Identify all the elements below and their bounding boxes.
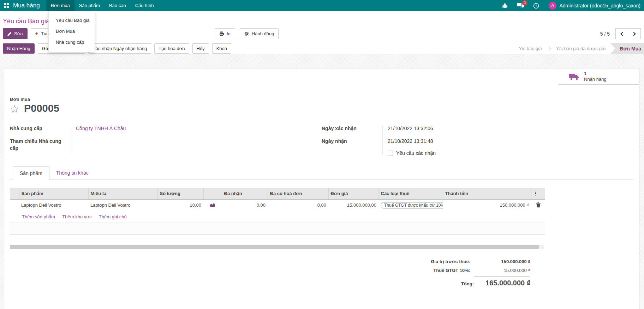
- nav-menu-cau-hinh[interactable]: Cấu hình: [131, 0, 159, 11]
- status-steps: Y/c báo giá Y/c báo giá đã được gửi Đơn …: [514, 43, 644, 54]
- total-label: Tổng:: [461, 281, 474, 286]
- column-options-icon[interactable]: ⋮: [531, 188, 545, 199]
- breadcrumb: Yêu cầu Báo giá / P00005: [0, 11, 644, 28]
- right-field-group: Ngày xác nhận 21/10/2022 13:32:06 Ngày n…: [322, 125, 633, 156]
- total-value: 165.000.000 ₫: [474, 277, 530, 287]
- ask-confirmation-checkbox[interactable]: [388, 151, 393, 156]
- receive-products-button[interactable]: Nhận Hàng: [3, 43, 35, 54]
- confirmation-date-value: 21/10/2022 13:32:06: [382, 125, 433, 132]
- step-rfq[interactable]: Y/c báo giá: [514, 46, 546, 51]
- truck-icon: [569, 73, 579, 80]
- nav-menus: Đơn mua Sản phẩm Báo cáo Cấu hình: [46, 0, 159, 11]
- printer-icon: [219, 31, 224, 36]
- billed-cell: 0,00: [268, 199, 328, 211]
- notebook-tabs: Sản phẩm Thông tin khác: [10, 166, 633, 180]
- unit-price-column-header: Đơn giá: [328, 188, 378, 199]
- subtotal-column-header: Thành tiền: [443, 188, 531, 199]
- totals-section: Giá trị trước thuế: 150.000.000 ₫ Thuế G…: [10, 259, 633, 291]
- received-column-header: Đã nhận: [222, 188, 268, 199]
- vendor-reference-label: Tham chiếu Nhà cung cấp: [10, 138, 71, 152]
- user-avatar[interactable]: A: [549, 2, 556, 10]
- horizontal-scrollbar: [10, 245, 544, 249]
- top-navbar: Mua hàng Đơn mua Sản phẩm Báo cáo Cấu hì…: [0, 0, 644, 11]
- forecast-column-header: [203, 188, 222, 199]
- form-view-background: 1 Nhận hàng Đơn mua ☆ P00005 Nhà cung cấ…: [0, 54, 644, 309]
- dropdown-item-nha-cung-cap[interactable]: Nhà cung cấp: [49, 37, 95, 48]
- favorite-star-icon[interactable]: ☆: [10, 104, 19, 114]
- product-cell: Laptopn Dell Vostro: [19, 199, 88, 211]
- billed-column-header: Đã có hoá đơn: [268, 188, 328, 199]
- step-rfq-sent[interactable]: Y/c báo giá đã được gửi: [551, 46, 610, 51]
- step-purchase-order-active[interactable]: Đơn Mua: [610, 43, 644, 54]
- chevron-right-icon: [632, 32, 636, 36]
- messages-icon[interactable]: 1: [517, 3, 524, 8]
- tax-tag: Thuế GTGT được khấu trừ 10%: [381, 202, 443, 208]
- add-section-link[interactable]: Thêm khu vực: [62, 214, 91, 219]
- receipt-smart-button[interactable]: 1 Nhận hàng: [558, 68, 639, 85]
- tax-amount-label: Thuế GTGT 10%:: [433, 268, 470, 273]
- subtotal-cell: 150.000.000 ₫: [443, 199, 531, 211]
- horizontal-scrollbar-thumb[interactable]: [10, 245, 539, 249]
- product-column-header: Sản phẩm: [19, 188, 88, 199]
- nav-menu-bao-cao[interactable]: Báo cáo: [105, 0, 131, 11]
- vendor-label: Nhà cung cấp: [10, 125, 71, 132]
- add-note-link[interactable]: Thêm ghi chú: [99, 214, 127, 219]
- empty-table-row: [10, 223, 545, 234]
- confirm-receipt-date-button[interactable]: Xác nhận Ngày nhận hàng: [88, 43, 151, 54]
- description-cell: Laptopn Dell Vostro: [88, 199, 157, 211]
- document-name: P00005: [24, 103, 59, 114]
- dropdown-item-yeu-cau-bao-gia[interactable]: Yêu cầu Báo giá: [49, 15, 95, 26]
- cancel-button[interactable]: Hủy: [192, 43, 209, 54]
- tax-amount-value: 15.000.000 ₫: [470, 268, 530, 273]
- dropdown-item-don-mua[interactable]: Đơn Mua: [49, 26, 95, 37]
- document-type-label: Đơn mua: [10, 97, 633, 102]
- receipt-date-value: 21/10/2022 13:31:48: [382, 138, 433, 145]
- quantity-cell: 10,00: [157, 199, 203, 211]
- step-separator-icon: [547, 46, 551, 51]
- pencil-icon: [7, 32, 12, 36]
- delete-row-trash-icon[interactable]: [531, 199, 545, 211]
- quantity-column-header: Số lượng: [157, 188, 203, 199]
- nav-menu-san-pham[interactable]: Sản phẩm: [74, 0, 105, 11]
- confirmation-date-label: Ngày xác nhận: [322, 125, 382, 132]
- debug-bug-icon[interactable]: [502, 3, 508, 8]
- order-lines-table: Sản phẩm Miêu tả Số lượng Đã nhận Đã có …: [10, 188, 545, 235]
- gear-icon: [244, 31, 249, 36]
- user-menu[interactable]: Administrator (odoo15_anglo_saxon): [559, 3, 640, 8]
- receipt-label: Nhận hàng: [584, 77, 607, 82]
- received-cell: 0,00: [222, 199, 268, 211]
- taxes-cell: Thuế GTGT được khấu trừ 10%: [378, 199, 443, 211]
- pager-value: 5 / 5: [600, 31, 610, 37]
- print-button[interactable]: In: [215, 28, 235, 39]
- control-buttons-row: Sửa + Tạo In Hành động 5 / 5: [0, 28, 644, 43]
- forecast-chart-icon[interactable]: [203, 199, 222, 211]
- vendor-value-link[interactable]: Công ty TNHH Á Châu: [71, 125, 126, 132]
- tab-products[interactable]: Sản phẩm: [13, 166, 49, 180]
- app-title[interactable]: Mua hàng: [13, 2, 40, 9]
- ask-confirmation-label: Yêu cầu xác nhận: [396, 150, 436, 156]
- pager-previous-button[interactable]: [615, 28, 628, 39]
- apps-grid-icon[interactable]: [4, 3, 10, 8]
- nav-menu-don-mua[interactable]: Đơn mua: [46, 0, 74, 11]
- receipt-date-label: Ngày nhận: [322, 138, 382, 145]
- unit-price-cell: 15.000.000,00: [328, 199, 378, 211]
- messages-badge: 1: [522, 0, 527, 6]
- table-footer-links-row: Thêm sản phẩm Thêm khu vực Thêm ghi chú: [10, 211, 545, 223]
- untaxed-amount-value: 150.000.000 ₫: [470, 259, 530, 264]
- create-bill-button[interactable]: Tạo hoá đơn: [154, 43, 189, 54]
- pager-next-button[interactable]: [628, 28, 641, 39]
- left-field-group: Nhà cung cấp Công ty TNHH Á Châu Tham ch…: [10, 125, 322, 156]
- breadcrumb-parent-link[interactable]: Yêu cầu Báo giá: [3, 18, 49, 25]
- don-mua-dropdown-menu: Yêu cầu Báo giá Đơn Mua Nhà cung cấp: [48, 11, 95, 52]
- order-line-row[interactable]: Laptopn Dell Vostro Laptopn Dell Vostro …: [10, 199, 545, 211]
- edit-button[interactable]: Sửa: [3, 28, 28, 39]
- action-button[interactable]: Hành động: [240, 28, 279, 39]
- form-sheet: 1 Nhận hàng Đơn mua ☆ P00005 Nhà cung cấ…: [4, 68, 639, 309]
- activities-clock-icon[interactable]: [533, 3, 539, 9]
- lock-button[interactable]: Khoá: [212, 43, 231, 54]
- form-statusbar: Nhận Hàng Gửi Đơn qua email Xác nhận Ngà…: [0, 43, 644, 54]
- tab-other-info[interactable]: Thông tin khác: [49, 166, 95, 180]
- taxes-column-header: Các loại thuế: [378, 188, 443, 199]
- handle-column-header: [10, 188, 19, 199]
- add-product-link[interactable]: Thêm sản phẩm: [22, 214, 55, 219]
